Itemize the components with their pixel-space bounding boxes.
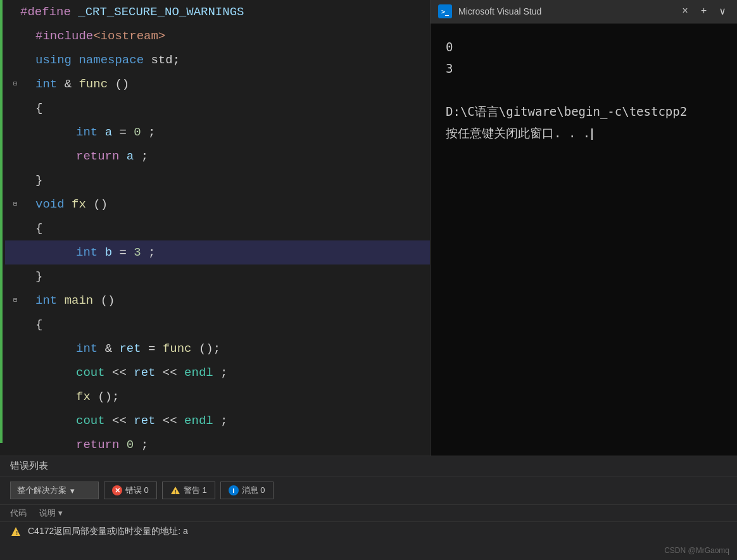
code-line-19: return 0 ; — [5, 433, 430, 456]
error-panel: 错误列表 整个解决方案 ▾ ✕ 错误 0 ! — [0, 456, 737, 560]
error-row-0[interactable]: ! C4172返回局部变量或临时变量的地址: a — [0, 522, 737, 541]
code-line-5: { — [5, 96, 430, 120]
fold-6 — [10, 127, 20, 137]
fold-14 — [10, 320, 20, 330]
solution-dropdown-arrow: ▾ — [70, 486, 75, 495]
fold-5 — [10, 103, 20, 113]
editor-wrapper: #define _CRT_SECURE_NO_WARNINGS #include… — [0, 0, 430, 456]
code-line-6: int a = 0 ; — [5, 120, 430, 144]
fold-3 — [10, 55, 20, 65]
solution-select[interactable]: 整个解决方案 ▾ — [10, 482, 99, 499]
message-icon: i — [229, 485, 239, 495]
line-text-16: cout << ret << endl ; — [76, 361, 430, 385]
watermark: CSDN @MrGaomq — [664, 546, 729, 555]
fold-10 — [10, 223, 20, 233]
terminal-panel: >_ Microsoft Visual Stud × + ∨ 0 3 D:\C语… — [431, 0, 737, 456]
terminal-title: Microsoft Visual Stud — [458, 6, 672, 16]
error-panel-header: 错误列表 — [0, 456, 737, 476]
code-line-12: } — [5, 264, 430, 289]
terminal-output-1: 3 — [446, 58, 722, 79]
col-code[interactable]: 代码 — [10, 507, 27, 519]
editor-lines: #define _CRT_SECURE_NO_WARNINGS #include… — [5, 0, 430, 456]
line-text-14: { — [35, 313, 430, 337]
svg-text:!: ! — [175, 488, 177, 495]
line-text-2: #include<iostream> — [35, 24, 430, 48]
col-desc[interactable]: 说明 ▾ — [39, 507, 63, 519]
error-label: 错误 0 — [125, 485, 149, 496]
watermark-text: CSDN @MrGaomq — [664, 546, 729, 555]
line-text-17: fx (); — [76, 385, 430, 409]
line-text-15: int & ret = func (); — [76, 337, 430, 361]
line-text-12: } — [35, 264, 430, 289]
line-text-5: { — [35, 96, 430, 120]
error-table-header: 代码 说明 ▾ — [0, 505, 737, 522]
line-text-19: return 0 ; — [76, 433, 430, 456]
code-line-1: #define _CRT_SECURE_NO_WARNINGS — [5, 0, 430, 24]
error-message-0: C4172返回局部变量或临时变量的地址: a — [28, 526, 188, 537]
terminal-output-path: D:\C语言\gitware\begin_-c\testcpp2 — [446, 101, 722, 122]
line-text-13: int main () — [35, 289, 430, 313]
fold-18 — [10, 416, 20, 426]
message-count-btn[interactable]: i 消息 0 — [220, 482, 274, 499]
terminal-close-btn[interactable]: × — [678, 4, 692, 18]
error-panel-title: 错误列表 — [10, 460, 48, 472]
error-count-btn[interactable]: ✕ 错误 0 — [104, 482, 157, 499]
warning-label: 警告 1 — [184, 485, 207, 496]
fold-9: ⊟ — [10, 199, 20, 209]
code-line-2: #include<iostream> — [5, 24, 430, 48]
fold-15 — [10, 344, 20, 354]
terminal-output-0: 0 — [446, 36, 722, 58]
error-icon: ✕ — [112, 485, 122, 495]
code-line-16: cout << ret << endl ; — [5, 361, 430, 385]
main-container: #define _CRT_SECURE_NO_WARNINGS #include… — [0, 0, 737, 560]
code-line-17: fx (); — [5, 385, 430, 409]
code-line-13: ⊟ int main () — [5, 289, 430, 313]
code-editor: #define _CRT_SECURE_NO_WARNINGS #include… — [0, 0, 431, 456]
error-toolbar: 整个解决方案 ▾ ✕ 错误 0 ! 警告 1 i — [0, 476, 737, 505]
message-label: 消息 0 — [242, 485, 265, 496]
solution-label: 整个解决方案 — [17, 485, 66, 496]
warning-count-btn[interactable]: ! 警告 1 — [162, 482, 215, 499]
editor-gutter — [0, 0, 5, 456]
line-text-3: using namespace std; — [35, 48, 430, 72]
fold-12 — [10, 271, 20, 282]
fold-4: ⊟ — [10, 79, 20, 89]
terminal-icon: >_ — [438, 4, 452, 18]
line-text-7: return a ; — [76, 144, 430, 168]
code-line-9: ⊟ void fx () — [5, 192, 430, 216]
terminal-titlebar: >_ Microsoft Visual Stud × + ∨ — [431, 0, 737, 23]
fold-8 — [10, 175, 20, 185]
code-line-10: { — [5, 216, 430, 240]
code-line-4: ⊟ int & func () — [5, 72, 430, 96]
terminal-controls: × + ∨ — [678, 4, 729, 19]
warning-icon: ! — [170, 485, 180, 495]
svg-text:!: ! — [15, 530, 18, 537]
code-line-15: int & ret = func (); — [5, 337, 430, 361]
terminal-add-btn[interactable]: + — [697, 4, 711, 18]
top-section: #define _CRT_SECURE_NO_WARNINGS #include… — [0, 0, 737, 456]
terminal-output-close: 按任意键关闭此窗口. . . — [446, 122, 722, 144]
code-line-18: cout << ret << endl ; — [5, 409, 430, 433]
code-line-14: { — [5, 313, 430, 337]
code-line-3: using namespace std; — [5, 48, 430, 72]
terminal-chevron-btn[interactable]: ∨ — [715, 4, 729, 19]
fold-13: ⊟ — [10, 296, 20, 306]
line-text-10: { — [35, 216, 430, 240]
code-line-7: return a ; — [5, 144, 430, 168]
line-text-6: int a = 0 ; — [76, 120, 430, 144]
code-line-8: } — [5, 168, 430, 192]
code-content: #define _CRT_SECURE_NO_WARNINGS #include… — [5, 0, 430, 456]
fold-7 — [10, 151, 20, 161]
fold-16 — [10, 368, 20, 378]
line-text-1: #define _CRT_SECURE_NO_WARNINGS — [20, 0, 430, 24]
line-text-8: } — [35, 168, 430, 192]
terminal-cursor — [591, 128, 593, 140]
fold-17 — [10, 392, 20, 402]
line-text-9: void fx () — [35, 192, 430, 216]
line-text-18: cout << ret << endl ; — [76, 409, 430, 433]
error-row-icon-0: ! — [10, 526, 22, 537]
code-line-11: int b = 3 ; — [5, 240, 430, 264]
fold-2 — [10, 31, 20, 41]
svg-text:>_: >_ — [441, 8, 450, 16]
fold-19 — [10, 440, 20, 450]
